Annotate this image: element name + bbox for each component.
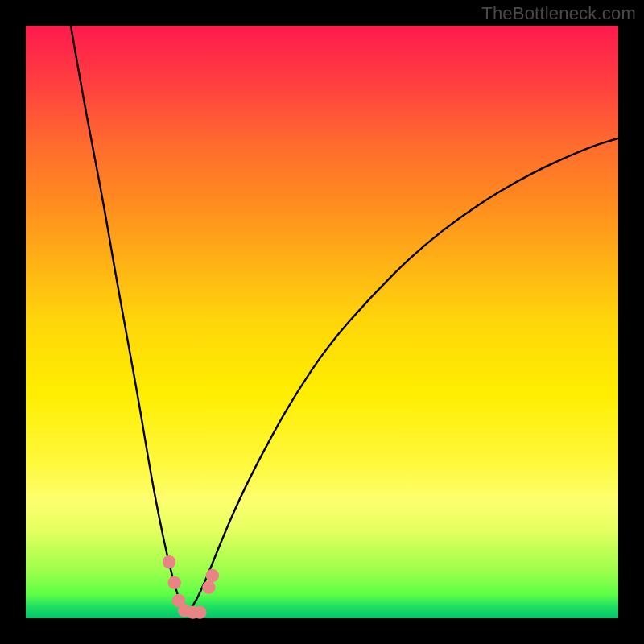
trough-marker-1 [168,576,181,589]
trough-marker-7 [206,569,219,582]
trough-marker-0 [163,555,175,568]
plot-area [26,26,618,618]
curve-left_curve [71,26,187,614]
trough-marker-5 [193,605,206,618]
watermark-text: TheBottleneck.com [481,3,636,24]
chart-svg [26,26,618,618]
trough-marker-6 [202,581,215,594]
curve-right_curve [187,138,618,614]
chart-frame: TheBottleneck.com [0,0,644,644]
